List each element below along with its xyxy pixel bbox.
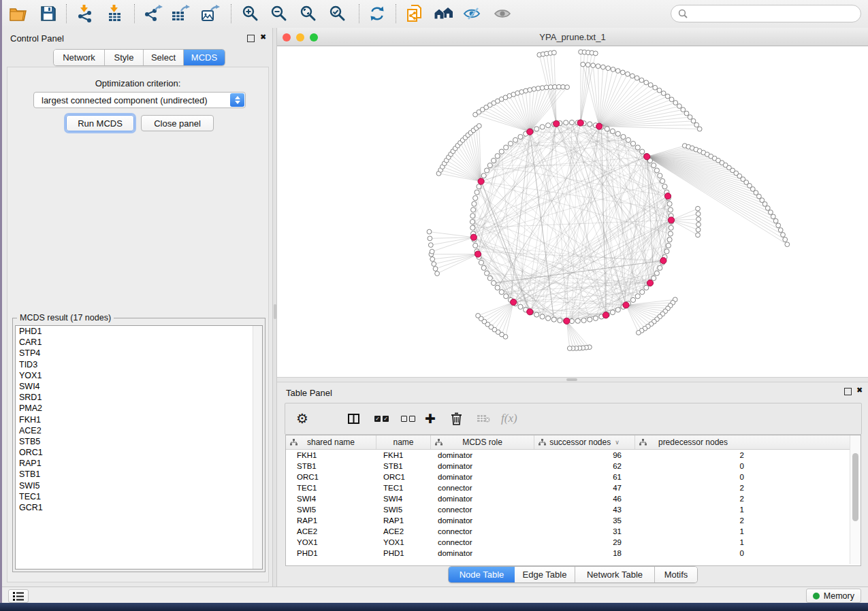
cell-shared-name[interactable]: SWI4 [286, 493, 376, 504]
cell-successor-nodes[interactable]: 96 [534, 450, 635, 461]
mcds-result-item[interactable]: TID3 [16, 359, 262, 370]
cell-mcds-role[interactable]: connector [431, 482, 534, 493]
create-column-icon[interactable]: ✚ [425, 408, 436, 429]
cell-shared-name[interactable]: ORC1 [286, 472, 376, 482]
splitter-handle[interactable] [274, 304, 276, 319]
cell-shared-name[interactable]: FKH1 [286, 450, 376, 461]
cell-successor-nodes[interactable]: 29 [534, 537, 635, 548]
search-input[interactable] [692, 8, 854, 19]
cell-shared-name[interactable]: STB1 [286, 461, 376, 472]
mcds-result-item[interactable]: SRD1 [16, 392, 262, 403]
float-panel-icon[interactable] [247, 35, 255, 42]
cell-name[interactable]: RAP1 [376, 515, 431, 526]
table-row[interactable]: FKH1FKH1dominator962 [286, 450, 850, 461]
cell-shared-name[interactable]: ACE2 [286, 526, 376, 537]
cell-predecessor-nodes[interactable]: 0 [635, 461, 751, 472]
cell-predecessor-nodes[interactable]: 2 [635, 515, 751, 526]
table-row[interactable]: SWI4SWI4dominator462 [286, 493, 850, 504]
cell-mcds-role[interactable]: connector [431, 526, 534, 537]
criterion-dropdown[interactable]: largest connected component (undirected) [33, 92, 246, 108]
cell-name[interactable]: YOX1 [376, 537, 431, 548]
mcds-result-item[interactable]: YOX1 [16, 370, 262, 381]
select-all-columns-icon[interactable]: ✓✓ [374, 408, 389, 429]
column-header-shared-name[interactable]: shared name [286, 435, 376, 449]
cell-name[interactable]: STB1 [376, 461, 431, 472]
cell-predecessor-nodes[interactable]: 2 [635, 493, 751, 504]
mcds-result-item[interactable]: PMA2 [16, 403, 262, 414]
search-box[interactable] [671, 5, 861, 22]
cell-name[interactable]: ACE2 [376, 526, 431, 537]
tab-style[interactable]: Style [105, 50, 144, 65]
cell-mcds-role[interactable]: dominator [431, 472, 534, 482]
cell-predecessor-nodes[interactable]: 2 [635, 482, 751, 493]
splitter-handle[interactable] [566, 378, 577, 381]
import-table-icon[interactable] [103, 3, 127, 24]
mcds-result-item[interactable]: ORC1 [16, 447, 262, 458]
scrollbar-thumb[interactable] [852, 453, 858, 521]
mcds-result-item[interactable]: STB5 [16, 436, 262, 447]
mcds-result-item[interactable]: ACE2 [16, 425, 262, 436]
open-file-icon[interactable] [7, 3, 30, 24]
mcds-result-list[interactable]: PHD1CAR1STP4TID3YOX1SWI4SRD1PMA2FKH1ACE2… [15, 325, 263, 569]
tab-mcds[interactable]: MCDS [184, 50, 225, 65]
duplicate-network-icon[interactable] [403, 3, 426, 24]
show-all-icon[interactable] [491, 3, 514, 24]
cell-successor-nodes[interactable]: 18 [534, 548, 635, 559]
cell-shared-name[interactable]: SWI5 [286, 504, 376, 515]
cell-mcds-role[interactable]: dominator [431, 493, 534, 504]
column-header-mcds-role[interactable]: MCDS role [431, 435, 534, 449]
result-list-scrollbar[interactable] [253, 326, 262, 569]
mcds-result-item[interactable]: SWI4 [16, 381, 262, 392]
first-neighbors-icon[interactable] [432, 3, 455, 24]
cell-successor-nodes[interactable]: 46 [534, 493, 635, 504]
cell-predecessor-nodes[interactable]: 1 [635, 504, 751, 515]
refresh-layout-icon[interactable] [366, 3, 389, 24]
table-row[interactable]: RAP1RAP1dominator352 [286, 515, 850, 526]
cell-mcds-role[interactable]: dominator [431, 450, 534, 461]
tab-network[interactable]: Network [54, 50, 105, 65]
table-row[interactable]: PHD1PHD1dominator180 [286, 548, 850, 559]
cell-predecessor-nodes[interactable]: 0 [635, 472, 751, 482]
table-row[interactable]: ORC1ORC1dominator610 [286, 472, 850, 482]
table-row[interactable]: ACE2ACE2connector311 [286, 526, 850, 537]
cell-mcds-role[interactable]: dominator [431, 461, 534, 472]
show-columns-icon[interactable] [348, 408, 359, 429]
zoom-fit-icon[interactable] [297, 3, 320, 24]
cell-mcds-role[interactable]: dominator [431, 548, 534, 559]
table-row[interactable]: YOX1YOX1connector291 [286, 537, 850, 548]
cell-shared-name[interactable]: RAP1 [286, 515, 376, 526]
close-panel-button[interactable]: Close panel [141, 115, 214, 131]
close-panel-icon[interactable]: ✖ [856, 386, 863, 395]
mcds-result-item[interactable]: RAP1 [16, 458, 262, 469]
cell-successor-nodes[interactable]: 31 [534, 526, 635, 537]
cell-name[interactable]: SWI5 [376, 504, 431, 515]
import-network-icon[interactable] [74, 3, 97, 24]
table-row[interactable]: TEC1TEC1connector472 [286, 482, 850, 493]
cell-successor-nodes[interactable]: 47 [534, 482, 635, 493]
delete-column-trash-icon[interactable] [451, 408, 462, 429]
cell-predecessor-nodes[interactable]: 2 [635, 450, 751, 461]
close-panel-icon[interactable]: ✖ [260, 33, 266, 42]
cell-predecessor-nodes[interactable]: 0 [635, 548, 751, 559]
horizontal-splitter[interactable] [277, 377, 868, 382]
cell-mcds-role[interactable]: connector [431, 504, 534, 515]
column-header-predecessor-nodes[interactable]: predecessor nodes [635, 435, 751, 449]
table-settings-gear-icon[interactable]: ⚙ [296, 408, 308, 429]
save-session-icon[interactable] [37, 3, 60, 24]
cell-shared-name[interactable]: YOX1 [286, 537, 376, 548]
mcds-result-item[interactable]: STP4 [16, 348, 262, 359]
cell-name[interactable]: PHD1 [376, 548, 431, 559]
cell-successor-nodes[interactable]: 43 [534, 504, 635, 515]
mcds-result-item[interactable]: STB1 [16, 469, 262, 480]
mcds-result-item[interactable]: GCR1 [16, 502, 262, 513]
cell-successor-nodes[interactable]: 61 [534, 472, 635, 482]
table-row[interactable]: STB1STB1dominator620 [286, 461, 850, 472]
cell-successor-nodes[interactable]: 35 [534, 515, 635, 526]
network-graph[interactable] [277, 46, 868, 377]
table-row[interactable]: SWI5SWI5connector431 [286, 504, 850, 515]
cell-predecessor-nodes[interactable]: 1 [635, 526, 751, 537]
tab-select[interactable]: Select [144, 50, 184, 65]
cell-successor-nodes[interactable]: 62 [534, 461, 635, 472]
zoom-in-icon[interactable] [239, 3, 262, 24]
tab-edge-table[interactable]: Edge Table [515, 567, 575, 582]
